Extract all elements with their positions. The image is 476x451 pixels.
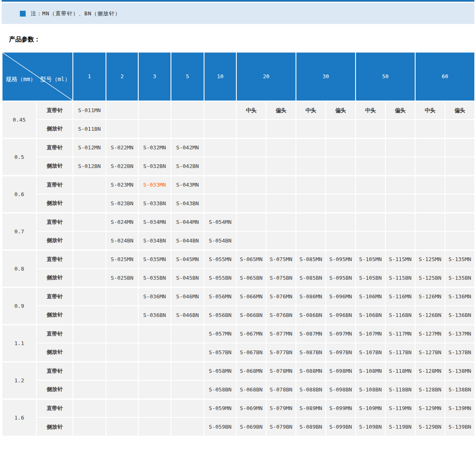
model-cell[interactable]: S-079BN <box>266 417 296 436</box>
model-cell[interactable]: S-087BN <box>296 343 326 362</box>
model-cell[interactable]: S-069BN <box>236 417 266 436</box>
model-cell[interactable]: S-068MN <box>236 362 266 380</box>
model-cell[interactable]: S-044BN <box>171 231 204 250</box>
model-cell[interactable]: S-057BN <box>204 343 236 362</box>
model-cell[interactable]: S-135MN <box>445 250 475 269</box>
model-cell[interactable]: S-032MN <box>138 138 171 157</box>
model-cell[interactable]: S-068BN <box>236 380 266 399</box>
model-cell-highlighted[interactable]: S-033MN <box>138 175 171 194</box>
model-cell[interactable]: S-139MN <box>445 399 475 417</box>
model-cell[interactable]: S-115MN <box>385 250 415 269</box>
model-cell[interactable]: S-036BN <box>138 306 171 324</box>
model-cell[interactable]: S-054BN <box>204 231 236 250</box>
model-cell[interactable]: S-055MN <box>204 250 236 269</box>
model-cell[interactable]: S-066BN <box>236 306 266 324</box>
model-cell[interactable]: S-105MN <box>356 250 385 269</box>
model-cell[interactable]: S-116MN <box>385 287 415 306</box>
model-cell[interactable]: S-119MN <box>385 399 415 417</box>
model-cell[interactable]: S-109MN <box>356 399 385 417</box>
model-cell[interactable]: S-054MN <box>204 213 236 231</box>
model-cell[interactable]: S-023BN <box>106 194 138 213</box>
model-cell[interactable]: S-095MN <box>326 250 356 269</box>
model-cell[interactable]: S-125MN <box>415 250 445 269</box>
model-cell[interactable]: S-056MN <box>204 287 236 306</box>
model-cell[interactable]: S-025BN <box>106 269 138 287</box>
model-cell[interactable]: S-012MN <box>73 138 106 157</box>
model-cell[interactable]: S-135BN <box>445 269 475 287</box>
model-cell[interactable]: S-022BN <box>106 157 138 175</box>
model-cell[interactable]: S-059BN <box>204 417 236 436</box>
model-cell[interactable]: S-025MN <box>106 250 138 269</box>
model-cell[interactable]: S-067BN <box>236 343 266 362</box>
model-cell[interactable]: S-034BN <box>138 231 171 250</box>
model-cell[interactable]: S-065MN <box>236 250 266 269</box>
model-cell[interactable]: S-066MN <box>236 287 266 306</box>
model-cell[interactable]: S-138BN <box>445 380 475 399</box>
model-cell[interactable]: S-032BN <box>138 157 171 175</box>
model-cell[interactable]: S-078BN <box>266 380 296 399</box>
model-cell[interactable]: S-044MN <box>171 213 204 231</box>
model-cell[interactable]: S-097MN <box>326 324 356 343</box>
model-cell[interactable]: S-096BN <box>326 306 356 324</box>
model-cell[interactable]: S-108BN <box>356 380 385 399</box>
model-cell[interactable]: S-097BN <box>326 343 356 362</box>
model-cell[interactable]: S-011BN <box>73 120 106 138</box>
model-cell[interactable]: S-075MN <box>266 250 296 269</box>
model-cell[interactable]: S-087MN <box>296 324 326 343</box>
model-cell[interactable]: S-079MN <box>266 399 296 417</box>
model-cell[interactable]: S-137BN <box>445 343 475 362</box>
model-cell[interactable]: S-033BN <box>138 194 171 213</box>
model-cell[interactable]: S-058BN <box>204 380 236 399</box>
model-cell[interactable]: S-024MN <box>106 213 138 231</box>
model-cell[interactable]: S-022MN <box>106 138 138 157</box>
model-cell[interactable]: S-138MN <box>445 362 475 380</box>
model-cell[interactable]: S-136BN <box>445 306 475 324</box>
model-cell[interactable]: S-059MN <box>204 399 236 417</box>
model-cell[interactable]: S-129MN <box>415 399 445 417</box>
model-cell[interactable]: S-036MN <box>138 287 171 306</box>
model-cell[interactable]: S-089BN <box>296 417 326 436</box>
model-cell[interactable]: S-069MN <box>236 399 266 417</box>
model-cell[interactable]: S-095BN <box>326 269 356 287</box>
model-cell[interactable]: S-098BN <box>326 380 356 399</box>
model-cell[interactable]: S-023MN <box>106 175 138 194</box>
model-cell[interactable]: S-116BN <box>385 306 415 324</box>
model-cell[interactable]: S-106MN <box>356 287 385 306</box>
model-cell[interactable]: S-099MN <box>326 399 356 417</box>
model-cell[interactable]: S-045BN <box>171 269 204 287</box>
model-cell[interactable]: S-107BN <box>356 343 385 362</box>
model-cell[interactable]: S-056BN <box>204 306 236 324</box>
model-cell[interactable]: S-042MN <box>171 138 204 157</box>
model-cell[interactable]: S-136MN <box>445 287 475 306</box>
model-cell[interactable]: S-046BN <box>171 306 204 324</box>
model-cell[interactable]: S-067MN <box>236 324 266 343</box>
model-cell[interactable]: S-107MN <box>356 324 385 343</box>
model-cell[interactable]: S-065BN <box>236 269 266 287</box>
model-cell[interactable]: S-076MN <box>266 287 296 306</box>
model-cell[interactable]: S-075BN <box>266 269 296 287</box>
model-cell[interactable]: S-099BN <box>326 417 356 436</box>
model-cell[interactable]: S-035BN <box>138 269 171 287</box>
model-cell[interactable]: S-078MN <box>266 362 296 380</box>
model-cell[interactable]: S-086MN <box>296 287 326 306</box>
model-cell[interactable]: S-126BN <box>415 306 445 324</box>
model-cell[interactable]: S-109BN <box>356 417 385 436</box>
model-cell[interactable]: S-076BN <box>266 306 296 324</box>
model-cell[interactable]: S-042BN <box>171 157 204 175</box>
model-cell[interactable]: S-088MN <box>296 362 326 380</box>
model-cell[interactable]: S-096MN <box>326 287 356 306</box>
model-cell[interactable]: S-128MN <box>415 362 445 380</box>
model-cell[interactable]: S-137MN <box>445 324 475 343</box>
model-cell[interactable]: S-129BN <box>415 417 445 436</box>
model-cell[interactable]: S-098MN <box>326 362 356 380</box>
model-cell[interactable]: S-126MN <box>415 287 445 306</box>
model-cell[interactable]: S-119BN <box>385 417 415 436</box>
model-cell[interactable]: S-106BN <box>356 306 385 324</box>
model-cell[interactable]: S-057MN <box>204 324 236 343</box>
model-cell[interactable]: S-055BN <box>204 269 236 287</box>
model-cell[interactable]: S-105BN <box>356 269 385 287</box>
model-cell[interactable]: S-127MN <box>415 324 445 343</box>
model-cell[interactable]: S-046MN <box>171 287 204 306</box>
model-cell[interactable]: S-077MN <box>266 324 296 343</box>
model-cell[interactable]: S-011MN <box>73 101 106 120</box>
